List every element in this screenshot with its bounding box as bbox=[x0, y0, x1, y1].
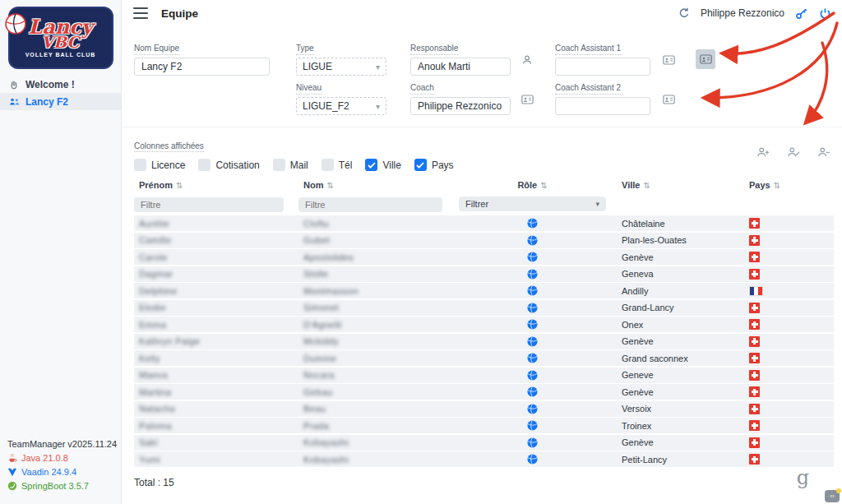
coach-card-button[interactable] bbox=[518, 90, 536, 109]
checkbox[interactable] bbox=[134, 159, 146, 171]
coach-assistant-2-card-button[interactable] bbox=[659, 90, 678, 109]
country-flag bbox=[749, 303, 760, 313]
table-header-row: Prénom⇅ Nom⇅ Rôle⇅ Ville⇅ Pays⇅ bbox=[134, 178, 834, 192]
table-row[interactable]: Maeva Nocara Geneve bbox=[134, 368, 834, 383]
cell-nom: Prada bbox=[298, 418, 459, 433]
devtools-notification-dot bbox=[836, 488, 841, 493]
column-toggle-label: Mail bbox=[290, 160, 308, 171]
club-logo: Lancy VBC VOLLEY BALL CLUB bbox=[7, 5, 115, 71]
logo-subtitle: VOLLEY BALL CLUB bbox=[25, 52, 96, 58]
column-toggle[interactable]: Tél bbox=[322, 159, 353, 171]
sidebar-item-lancy-f2[interactable]: Lancy F2 bbox=[0, 93, 121, 110]
cell-ville: Genève bbox=[606, 249, 744, 265]
column-header-ville[interactable]: Ville⇅ bbox=[606, 180, 744, 190]
sort-icon[interactable]: ⇅ bbox=[540, 181, 547, 190]
coach-assistant-1-input[interactable] bbox=[555, 58, 650, 76]
menu-toggle-button[interactable] bbox=[133, 7, 148, 19]
player-remove-button[interactable] bbox=[814, 144, 834, 160]
coach-assistant-1-selected-button[interactable] bbox=[696, 49, 715, 69]
column-toggle[interactable]: Cotisation bbox=[198, 159, 259, 171]
coach-assistant-2-input[interactable] bbox=[555, 97, 650, 115]
checkbox[interactable] bbox=[198, 159, 210, 171]
column-toggle[interactable]: Licence bbox=[134, 159, 185, 171]
table-row[interactable]: Yumi Kobayashi Petit-Lancy bbox=[134, 451, 834, 467]
player-edit-button[interactable] bbox=[784, 144, 803, 160]
table-row[interactable]: Martina Girbau Genève bbox=[134, 384, 834, 400]
session-refresh-icon[interactable] bbox=[677, 6, 692, 21]
checkbox[interactable] bbox=[365, 159, 377, 171]
table-row[interactable]: Kathryn Paige Mckiddy Genève bbox=[134, 334, 834, 349]
table-row[interactable]: Aurélie Cloftu Châtelaine bbox=[134, 215, 834, 231]
cell-prenom: Yumi bbox=[134, 451, 298, 467]
sort-icon[interactable]: ⇅ bbox=[643, 181, 650, 190]
logout-power-icon[interactable] bbox=[817, 6, 832, 21]
column-toggle[interactable]: Ville bbox=[365, 159, 400, 171]
field-niveau: Niveau LIGUE_F2 ▾ bbox=[296, 79, 386, 115]
responsable-person-button[interactable] bbox=[518, 51, 536, 69]
app-window: Lancy VBC VOLLEY BALL CLUB Welcome ! Lan… bbox=[0, 0, 842, 504]
field-coach: Coach bbox=[410, 79, 511, 115]
person-minus-icon bbox=[817, 146, 830, 158]
responsable-input[interactable] bbox=[410, 58, 511, 76]
field-label: Coach bbox=[410, 83, 434, 95]
column-toggle[interactable]: Mail bbox=[273, 159, 308, 171]
column-toggle[interactable]: Pays bbox=[414, 159, 454, 171]
country-flag bbox=[749, 437, 760, 448]
cell-nom: Cloftu bbox=[298, 215, 459, 231]
sidebar-item-welcome[interactable]: Welcome ! bbox=[0, 76, 121, 93]
devtools-badge[interactable]: ‹› bbox=[825, 490, 840, 502]
country-flag bbox=[749, 404, 760, 414]
table-row[interactable]: Paloma Prada Troinex bbox=[134, 418, 834, 433]
player-role-icon bbox=[527, 404, 538, 414]
filter-prenom-input[interactable] bbox=[134, 197, 284, 212]
cell-prenom: Kelly bbox=[134, 350, 298, 366]
cell-nom: Dumine bbox=[298, 350, 459, 366]
cell-nom: Apostolides bbox=[298, 249, 459, 265]
cell-nom: Stolte bbox=[298, 266, 459, 282]
table-row[interactable]: Saki Kobayashi Genève bbox=[134, 435, 834, 451]
table-row[interactable]: Elodie Simonet Grand-Lancy bbox=[134, 300, 834, 316]
column-toggle-label: Pays bbox=[432, 160, 454, 171]
password-key-icon[interactable] bbox=[793, 6, 808, 21]
nom-equipe-input[interactable] bbox=[134, 58, 270, 76]
table-row[interactable]: Kelly Dumine Grand saconnex bbox=[134, 350, 834, 366]
players-grid-section: Colonnes affichées Licence Cotisation Ma… bbox=[122, 127, 842, 488]
table-row[interactable]: Emma D'Agnelli Onex bbox=[134, 317, 834, 332]
checkbox[interactable] bbox=[322, 159, 334, 171]
table-row[interactable]: Camille Gubet Plan-les-Ouates bbox=[134, 233, 834, 248]
checkbox[interactable] bbox=[273, 159, 285, 171]
table-row[interactable]: Dagmar Stolte Geneva bbox=[134, 266, 834, 282]
cell-ville: Genève bbox=[606, 384, 744, 400]
column-header-role[interactable]: Rôle⇅ bbox=[459, 180, 606, 190]
cell-nom: Kobayashi bbox=[298, 435, 459, 451]
type-select[interactable]: LIGUE ▾ bbox=[296, 58, 386, 76]
country-flag bbox=[749, 420, 760, 431]
checkbox[interactable] bbox=[414, 159, 427, 171]
cell-prenom: Aurélie bbox=[134, 215, 298, 231]
table-row[interactable]: Delphine Montmasson Andilly bbox=[134, 283, 834, 298]
table-row[interactable]: Carole Apostolides Genève bbox=[134, 249, 834, 265]
sort-icon[interactable]: ⇅ bbox=[326, 181, 333, 190]
cell-prenom: Maeva bbox=[134, 368, 298, 383]
sidebar-item-label: Lancy F2 bbox=[25, 96, 68, 108]
player-role-icon bbox=[527, 319, 538, 330]
player-add-button[interactable] bbox=[753, 144, 773, 160]
country-flag bbox=[749, 269, 760, 280]
column-header-prenom[interactable]: Prénom⇅ bbox=[134, 180, 298, 190]
table-row[interactable]: Natacha Beau Versoix bbox=[134, 401, 834, 417]
column-header-nom[interactable]: Nom⇅ bbox=[298, 180, 459, 190]
filter-nom-input[interactable] bbox=[298, 197, 442, 212]
niveau-select[interactable]: LIGUE_F2 ▾ bbox=[296, 97, 386, 115]
field-nom-equipe: Nom Equipe bbox=[134, 39, 270, 76]
cell-role bbox=[459, 317, 606, 332]
sidebar-nav: Welcome ! Lancy F2 bbox=[0, 76, 121, 110]
coach-input[interactable] bbox=[410, 97, 511, 115]
cell-ville: Versoix bbox=[606, 401, 744, 417]
sort-icon[interactable]: ⇅ bbox=[176, 181, 183, 190]
column-header-pays[interactable]: Pays⇅ bbox=[744, 180, 834, 190]
coach-assistant-1-card-button[interactable] bbox=[659, 51, 678, 69]
filter-role-select[interactable]: Filtrer ▾ bbox=[459, 197, 606, 211]
sort-icon[interactable]: ⇅ bbox=[774, 181, 780, 190]
cell-pays bbox=[744, 451, 834, 467]
cell-nom: D'Agnelli bbox=[298, 317, 459, 332]
